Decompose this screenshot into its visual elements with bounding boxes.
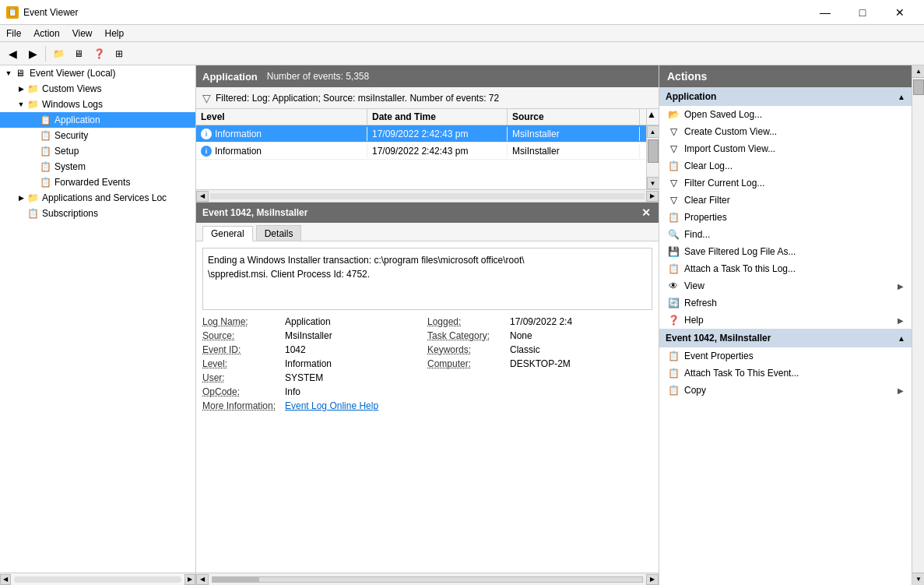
tree-item-subscriptions[interactable]: 📋 Subscriptions	[0, 206, 195, 221]
action-clear-filter[interactable]: ▽ Clear Filter	[659, 192, 912, 209]
maximize-button[interactable]: □	[845, 0, 880, 25]
toolbar-folder[interactable]: 📁	[49, 44, 68, 63]
tree-item-application[interactable]: 📋 Application	[0, 112, 195, 128]
info-icon-1: i	[201, 129, 212, 139]
detail-hscroll-track[interactable]	[212, 576, 643, 583]
vscroll-thumb[interactable]	[648, 139, 659, 163]
detail-field-user: User: SYSTEM	[202, 372, 427, 383]
toolbar-help[interactable]: ❓	[90, 44, 108, 63]
expand-icon-windows-logs[interactable]: ▼	[16, 99, 26, 110]
col-header-source: Source	[508, 109, 640, 125]
right-vscroll-down[interactable]: ▼	[912, 573, 924, 585]
hscroll-track[interactable]	[14, 576, 181, 583]
menu-help[interactable]: Help	[99, 26, 131, 41]
action-view[interactable]: 👁 View ▶	[659, 277, 912, 294]
expand-icon-subscriptions	[16, 208, 26, 219]
cell-source-2: MsiInstaller	[508, 144, 640, 158]
toolbar-grid[interactable]: ⊞	[110, 44, 128, 63]
expand-icon-custom-views[interactable]: ▶	[16, 83, 26, 94]
action-find-label: Find...	[684, 229, 904, 240]
tree-item-system[interactable]: 📋 System	[0, 159, 195, 174]
minimize-button[interactable]: —	[807, 0, 843, 25]
col-header-rest	[640, 109, 646, 125]
table-hscroll-right[interactable]: ▶	[646, 191, 659, 202]
vscroll-up-btn[interactable]: ▲	[647, 125, 659, 138]
expand-icon-apps-services[interactable]: ▶	[16, 192, 26, 203]
tree-item-forwarded-events[interactable]: 📋 Forwarded Events	[0, 174, 195, 190]
label-opcode: OpCode:	[202, 386, 280, 397]
action-create-custom-view[interactable]: ▽ Create Custom View...	[659, 123, 912, 140]
hscroll-left-btn[interactable]: ◀	[0, 574, 11, 585]
detail-hscrollbar[interactable]: ◀ ▶	[196, 573, 659, 585]
log-header: Application Number of events: 5,358	[196, 65, 659, 87]
detail-close-button[interactable]: ✕	[640, 206, 652, 219]
right-panel-container: Actions Application ▲ 📂 Open Saved Log..…	[659, 65, 924, 585]
action-find[interactable]: 🔍 Find...	[659, 226, 912, 243]
action-filter-current-log[interactable]: ▽ Filter Current Log...	[659, 174, 912, 192]
table-vscrollbar[interactable]: ▲ ▼	[646, 125, 659, 189]
table-header: Level Date and Time Source ▲	[196, 109, 659, 125]
detail-field-taskcategory: Task Category: None	[427, 330, 652, 341]
detail-hscroll-left[interactable]: ◀	[196, 574, 209, 585]
detail-field-computer: Computer: DESKTOP-2M	[427, 358, 652, 369]
action-import-custom-view[interactable]: ▽ Import Custom View...	[659, 140, 912, 157]
expand-icon[interactable]: ▼	[3, 68, 14, 79]
tree-item-windows-logs[interactable]: ▼ 📁 Windows Logs	[0, 97, 195, 112]
expand-icon-setup	[28, 146, 39, 157]
tree-label-system: System	[54, 161, 86, 172]
table-hscroll-left[interactable]: ◀	[196, 191, 209, 202]
action-attach-task[interactable]: 📋 Attach a Task To this Log...	[659, 260, 912, 277]
window-title: Event Viewer	[23, 7, 78, 18]
right-vscroll-up[interactable]: ▲	[912, 65, 924, 78]
action-save-filtered-log[interactable]: 💾 Save Filtered Log File As...	[659, 243, 912, 260]
actions-section-event[interactable]: Event 1042, MsiInstaller ▲	[659, 329, 912, 347]
tree-item-security[interactable]: 📋 Security	[0, 128, 195, 143]
right-vscroll-thumb[interactable]	[913, 79, 924, 95]
action-attach-task-event[interactable]: 📋 Attach Task To This Event...	[659, 365, 912, 382]
action-filter-current-log-label: Filter Current Log...	[684, 178, 904, 189]
menu-view[interactable]: View	[66, 26, 99, 41]
toolbar-monitor[interactable]: 🖥	[69, 44, 88, 63]
action-properties[interactable]: 📋 Properties	[659, 209, 912, 226]
table-hscrollbar[interactable]: ◀ ▶	[196, 189, 659, 202]
action-refresh[interactable]: 🔄 Refresh	[659, 294, 912, 312]
detail-hscroll-thumb[interactable]	[213, 577, 259, 582]
action-clear-filter-label: Clear Filter	[684, 195, 904, 206]
action-attach-task-label: Attach a Task To this Log...	[684, 263, 904, 274]
cell-datetime-2: 17/09/2022 2:42:43 pm	[367, 144, 508, 158]
detail-hscroll-right[interactable]: ▶	[646, 574, 659, 585]
expand-icon-system	[28, 161, 39, 172]
tree-item-setup[interactable]: 📋 Setup	[0, 143, 195, 159]
actions-section-application[interactable]: Application ▲	[659, 87, 912, 106]
tab-details[interactable]: Details	[256, 225, 302, 241]
tree-item-apps-services[interactable]: ▶ 📁 Applications and Services Loc	[0, 190, 195, 206]
close-button[interactable]: ✕	[882, 0, 918, 25]
detail-field-opcode: OpCode: Info	[202, 386, 427, 397]
action-clear-log[interactable]: 📋 Clear Log...	[659, 157, 912, 174]
toolbar-forward[interactable]: ▶	[23, 44, 42, 63]
right-vscroll-track[interactable]	[912, 78, 924, 573]
link-event-log-help[interactable]: Event Log Online Help	[285, 400, 378, 411]
action-open-saved-log[interactable]: 📂 Open Saved Log...	[659, 106, 912, 123]
table-scroll-corner: ▲	[646, 109, 659, 125]
vscroll-track[interactable]	[647, 138, 659, 177]
arrow-up-event: ▲	[898, 334, 905, 343]
tree-hscrollbar[interactable]: ◀ ▶	[0, 573, 195, 585]
toolbar-back[interactable]: ◀	[3, 44, 22, 63]
right-panel-vscrollbar[interactable]: ▲ ▼	[912, 65, 924, 585]
menu-action[interactable]: Action	[27, 26, 65, 41]
action-event-properties[interactable]: 📋 Event Properties	[659, 347, 912, 365]
vscroll-down-btn[interactable]: ▼	[647, 177, 659, 189]
table-row[interactable]: i Information 17/09/2022 2:42:43 pm MsiI…	[196, 125, 646, 143]
action-help[interactable]: ❓ Help ▶	[659, 312, 912, 329]
table-hscroll-track[interactable]	[210, 193, 645, 199]
hscroll-right-btn[interactable]: ▶	[184, 574, 195, 585]
tree-icon-custom-views: 📁	[26, 83, 39, 95]
menu-file[interactable]: File	[0, 26, 27, 41]
tree-item-custom-views[interactable]: ▶ 📁 Custom Views	[0, 81, 195, 97]
action-help-label: Help	[684, 315, 893, 326]
tab-general[interactable]: General	[202, 226, 253, 241]
table-row[interactable]: i Information 17/09/2022 2:42:43 pm MsiI…	[196, 143, 646, 160]
action-copy[interactable]: 📋 Copy ▶	[659, 382, 912, 399]
tree-item-event-viewer-local[interactable]: ▼ 🖥 Event Viewer (Local)	[0, 65, 195, 81]
